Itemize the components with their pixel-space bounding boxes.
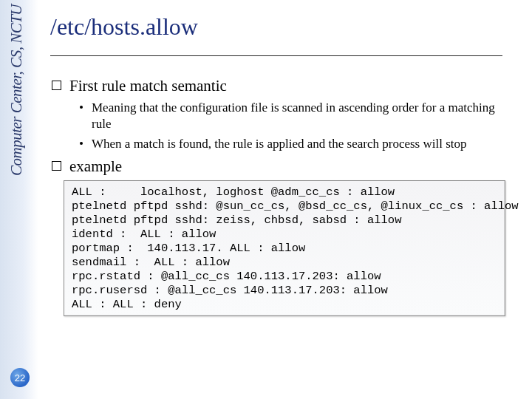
org-text: Computer Center, CS, NCTU bbox=[7, 4, 26, 176]
bullet-label: example bbox=[69, 157, 122, 175]
square-bullet-icon bbox=[52, 161, 61, 171]
page-number: 22 bbox=[15, 372, 25, 383]
sidebar: Computer Center, CS, NCTU bbox=[0, 0, 38, 399]
dot-bullet-icon bbox=[80, 142, 83, 145]
slide-content: /etc/hosts.allow First rule match semant… bbox=[50, 0, 525, 316]
bullet-first-rule: First rule match semantic bbox=[50, 77, 502, 95]
sub-bullet: When a match is found, the rule is appli… bbox=[50, 136, 502, 152]
square-bullet-icon bbox=[52, 81, 61, 90]
code-example-box: ALL : localhost, loghost @adm_cc_cs : al… bbox=[64, 180, 505, 316]
body-text: First rule match semantic Meaning that t… bbox=[50, 77, 502, 316]
bullet-label: First rule match semantic bbox=[69, 77, 227, 95]
dot-bullet-icon bbox=[80, 106, 83, 109]
page-number-badge: 22 bbox=[10, 368, 30, 387]
slide-title: /etc/hosts.allow bbox=[50, 13, 525, 41]
sub-bullet-text: Meaning that the configuration file is s… bbox=[92, 100, 495, 131]
sub-bullet: Meaning that the configuration file is s… bbox=[50, 100, 502, 132]
bullet-example: example bbox=[50, 157, 502, 176]
sub-bullet-text: When a match is found, the rule is appli… bbox=[92, 137, 467, 151]
title-divider bbox=[50, 55, 502, 56]
